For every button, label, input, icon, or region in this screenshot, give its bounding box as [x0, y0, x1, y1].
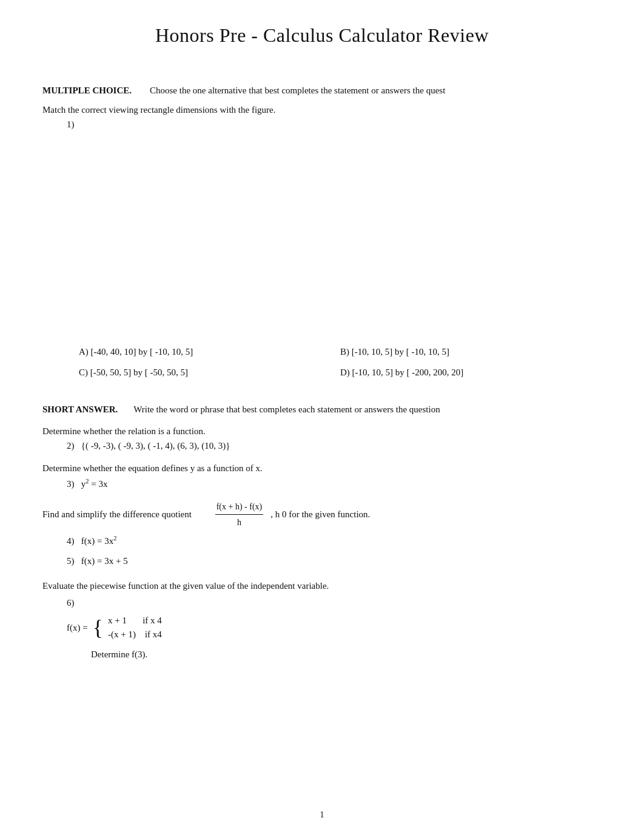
dq-rest: , h 0 for the given function. — [270, 506, 370, 523]
piecewise-case2: -(x + 1) if x4 — [108, 629, 162, 640]
case1-expr: x + 1 — [108, 615, 127, 625]
page-title: Honors Pre - Calculus Calculator Review — [42, 24, 602, 47]
dq-fraction: f(x + h) - f(x) h — [215, 499, 264, 530]
mc-col-left: A) [-40, 40, 10] by [ -10, 10, 5] C) [-5… — [79, 344, 340, 385]
q2-content: {( -9, -3), ( -9, 3), ( -1, 4), (6, 3), … — [81, 441, 230, 451]
piecewise-case1: x + 1 if x 4 — [108, 615, 162, 626]
q6-determine: Determine f(3). — [91, 649, 602, 660]
mc-match-description: Match the correct viewing rectangle dime… — [42, 102, 602, 117]
case2-expr: -(x + 1) — [108, 629, 136, 639]
piecewise-function: f(x) = { x + 1 if x 4 -(x + 1) if x4 — [67, 613, 602, 640]
mc-answers: A) [-40, 40, 10] by [ -10, 10, 5] C) [-5… — [79, 344, 602, 385]
dq-denominator: h — [236, 515, 243, 530]
mc-answer-d: D) [-10, 10, 5] by [ -200, 200, 20] — [340, 365, 602, 381]
page-number: 1 — [42, 810, 602, 820]
q2-block: 2) {( -9, -3), ( -9, 3), ( -1, 4), (6, 3… — [67, 441, 602, 451]
q6-number-line: 6) — [67, 598, 602, 608]
mc-label: MULTIPLE CHOICE. — [42, 86, 132, 95]
q5-block: 5) f(x) = 3x + 5 — [67, 556, 602, 566]
short-answer-section: SHORT ANSWER. Write the word or phrase t… — [42, 402, 602, 660]
q5-content: f(x) = 3x + 5 — [81, 556, 128, 566]
figure-space — [42, 132, 602, 235]
q2-number: 2) — [67, 441, 75, 451]
q3-description: Determine whether the equation defines y… — [42, 461, 602, 475]
case1-cond: if x 4 — [143, 615, 162, 625]
piecewise-brace: { — [93, 617, 103, 639]
mc-answer-a: A) [-40, 40, 10] by [ -10, 10, 5] — [79, 344, 340, 360]
sa-instruction: Write the word or phrase that best compl… — [133, 404, 440, 414]
piecewise-label: f(x) = — [67, 623, 88, 633]
piecewise-cases: x + 1 if x 4 -(x + 1) if x4 — [108, 615, 162, 640]
q5-number: 5) — [67, 556, 75, 566]
mc-col-right: B) [-10, 10, 5] by [ -10, 10, 5] D) [-10… — [340, 344, 602, 385]
mc-answer-c: C) [-50, 50, 5] by [ -50, 50, 5] — [79, 365, 340, 381]
q4-block: 4) f(x) = 3x2 — [67, 535, 602, 546]
case2-cond: if x4 — [145, 629, 162, 639]
q1-number: 1) — [67, 119, 602, 130]
bottom-space — [42, 665, 602, 774]
dq-numerator: f(x + h) - f(x) — [215, 499, 264, 515]
mc-instruction: Choose the one alternative that best com… — [150, 86, 445, 95]
sa-label: SHORT ANSWER. — [42, 404, 118, 414]
q3-content: y2 = 3x — [81, 479, 108, 489]
q6-description: Evaluate the piecewise function at the g… — [42, 578, 602, 593]
q3-block: 3) y2 = 3x — [67, 478, 602, 489]
multiple-choice-section: MULTIPLE CHOICE. Choose the one alternat… — [42, 83, 602, 98]
q4-content: f(x) = 3x2 — [81, 536, 117, 546]
mc-answer-b: B) [-10, 10, 5] by [ -10, 10, 5] — [340, 344, 602, 360]
q6-number: 6) — [67, 598, 75, 608]
dq-description: Find and simplify the difference quotien… — [42, 506, 192, 523]
q3-number: 3) — [67, 479, 75, 489]
q2-description: Determine whether the relation is a func… — [42, 424, 602, 438]
q4-number: 4) — [67, 536, 75, 546]
dq-description-line: Find and simplify the difference quotien… — [42, 499, 602, 530]
